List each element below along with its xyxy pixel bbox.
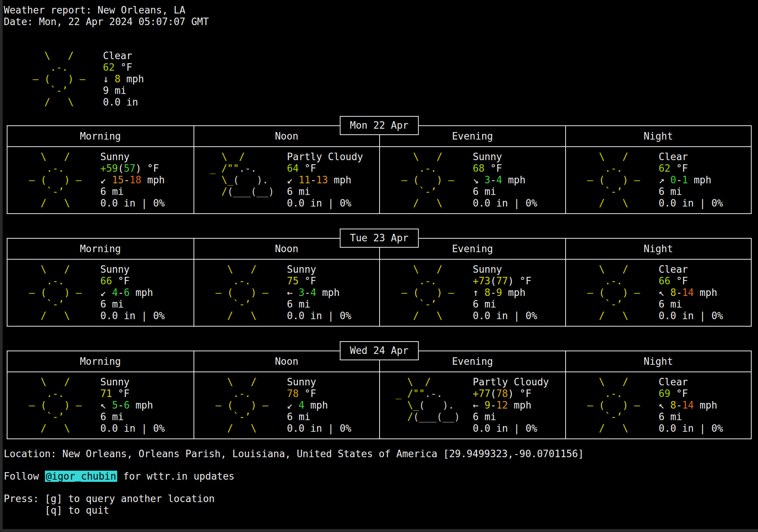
condition-text: Clear bbox=[659, 264, 723, 275]
forecast-cell-evening: \ / .-. ― ( ) ― `-’ / \Sunny68 °F↘ 3-4 m… bbox=[379, 146, 565, 213]
ascii-art-line: / \ bbox=[21, 97, 94, 108]
text-segment: .-. bbox=[204, 275, 251, 287]
forecast-table: Mon 22 AprMorningNoonEveningNight \ / .-… bbox=[7, 125, 752, 214]
text-segment: .-. bbox=[239, 163, 256, 174]
ascii-art-line: _ /"".-. bbox=[204, 163, 277, 174]
text-segment: `-’ bbox=[576, 299, 622, 310]
text-segment: / \ bbox=[390, 198, 442, 209]
text-segment: 3 bbox=[299, 287, 305, 298]
forecast-cell-info: Sunny75 °F← 3-4 mph6 mi0.0 in | 0% bbox=[287, 264, 351, 322]
ascii-art-line: \ / bbox=[21, 50, 94, 62]
ascii-art-line: `-’ bbox=[17, 186, 91, 198]
condition-text: Sunny bbox=[287, 264, 351, 275]
text-segment: `-’ bbox=[17, 186, 64, 197]
precipitation-text: 0.0 in | 0% bbox=[473, 310, 537, 322]
wind-text: ↘ 3-4 mph bbox=[473, 174, 537, 186]
text-segment: 69 bbox=[659, 388, 670, 399]
weather-icon-sunny: \ / .-. ― ( ) ― `-’ / \ bbox=[576, 376, 649, 434]
text-segment: / \ bbox=[390, 310, 442, 321]
condition-text: Sunny bbox=[473, 264, 537, 275]
wind-text: ↙ 11-13 mph bbox=[287, 174, 363, 186]
weather-icon-sunny: \ / .-. ― ( ) ― `-’ / \ bbox=[390, 264, 463, 322]
ascii-art-line: `-’ bbox=[17, 299, 91, 310]
text-segment: ― ( ) ― bbox=[576, 174, 640, 186]
text-segment: - bbox=[490, 400, 496, 411]
ascii-art-line: / \ bbox=[17, 423, 91, 434]
text-segment: `-’ bbox=[204, 411, 251, 422]
table-content-row: \ / .-. ― ( ) ― `-’ / \Sunny+59(57) °F↙ … bbox=[7, 146, 751, 213]
wind-text: ↙ 4-6 mph bbox=[100, 287, 165, 299]
text-segment: mph bbox=[141, 174, 165, 186]
condition-text: Sunny bbox=[287, 376, 351, 388]
temperature-text: +73(77) °F bbox=[473, 275, 537, 287]
ascii-art-line: .-. bbox=[576, 275, 649, 287]
ascii-art-line bbox=[204, 198, 277, 209]
ascii-art-line: ― ( ) ― bbox=[17, 400, 91, 411]
text-segment: 62 bbox=[659, 163, 670, 174]
report-date: Date: Mon, 22 Apr 2024 05:07:07 GMT bbox=[4, 16, 752, 28]
text-segment: 66 bbox=[100, 275, 112, 287]
text-segment: mph bbox=[502, 174, 526, 186]
ascii-art-line: `-’ bbox=[390, 186, 463, 198]
text-segment: .-. bbox=[17, 163, 64, 174]
text-segment: mph bbox=[121, 73, 144, 85]
ascii-art-line: \ / bbox=[576, 376, 649, 388]
ascii-art-line: \ / bbox=[390, 151, 463, 163]
text-segment: `-’ bbox=[390, 299, 436, 310]
condition-text: Clear bbox=[659, 376, 723, 388]
forecast-cell-night: \ / .-. ― ( ) ― `-’ / \Clear66 °F↖ 8-14 … bbox=[565, 259, 751, 326]
text-segment: ( bbox=[490, 388, 496, 399]
text-segment: °F bbox=[299, 388, 316, 399]
text-segment: 11 bbox=[299, 174, 310, 186]
weather-icon-sunny: \ / .-. ― ( ) ― `-’ / \ bbox=[17, 376, 91, 434]
forecast-cell-morning: \ / .-. ― ( ) ― `-’ / \Sunny66 °F↙ 4-6 m… bbox=[7, 259, 194, 326]
current-info: Clear 62 °F ↓ 8 mph 9 mi 0.0 in bbox=[103, 50, 144, 108]
text-segment: / \ bbox=[21, 97, 74, 108]
text-segment: 0 bbox=[670, 174, 676, 186]
precipitation-text: 0.0 in | 0% bbox=[100, 310, 165, 322]
weather-icon-sunny: \ / .-. ― ( ) ― `-’ / \ bbox=[17, 151, 91, 209]
ascii-art-line: ― ( ) ― bbox=[204, 287, 277, 299]
follow-line: Follow @igor_chubin for wttr.in updates bbox=[4, 471, 752, 482]
press-hint-query: Press: [g] to query another location bbox=[4, 493, 752, 505]
text-segment: ( ). bbox=[419, 400, 454, 411]
text-segment: - bbox=[676, 174, 682, 186]
ascii-art-line: / \ bbox=[576, 423, 649, 434]
precipitation-text: 0.0 in | 0% bbox=[659, 310, 723, 322]
text-segment: `-’ bbox=[390, 186, 436, 197]
text-segment: - bbox=[124, 174, 130, 186]
text-segment: \ / bbox=[17, 376, 70, 388]
text-segment: °F bbox=[670, 275, 688, 287]
day-section: Tue 23 AprMorningNoonEveningNight \ / .-… bbox=[4, 238, 752, 327]
text-segment: - bbox=[310, 174, 316, 186]
precipitation-text: 0.0 in | 0% bbox=[473, 198, 537, 209]
text-segment: 62 bbox=[103, 62, 115, 73]
wind-text: ← 9-12 mph bbox=[473, 400, 549, 411]
ascii-art-line: \_( ). bbox=[204, 174, 277, 186]
text-segment: .-. bbox=[17, 275, 64, 287]
text-segment: .-. bbox=[17, 388, 64, 399]
text-segment: .-. bbox=[576, 388, 622, 399]
text-segment: .-. bbox=[390, 275, 436, 287]
weather-icon-sunny: \ / .-. ― ( ) ― `-’ / \ bbox=[204, 376, 277, 434]
text-segment: ) °F bbox=[136, 163, 159, 174]
text-segment: / bbox=[390, 411, 413, 422]
forecast-cell-night: \ / .-. ― ( ) ― `-’ / \Clear62 °F↗ 0-1 m… bbox=[565, 146, 751, 213]
condition-text: Sunny bbox=[100, 264, 165, 275]
wind-text: ↖ 8-14 mph bbox=[659, 287, 723, 299]
text-segment: mph bbox=[694, 287, 717, 298]
precipitation-text: 0.0 in | 0% bbox=[473, 423, 549, 434]
condition-text: Clear bbox=[103, 50, 144, 62]
text-segment: 4 bbox=[112, 287, 118, 298]
text-segment: / \ bbox=[204, 423, 257, 434]
text-segment: 75 bbox=[287, 275, 299, 287]
column-header-night: Night bbox=[565, 351, 751, 372]
text-segment: ( bbox=[118, 163, 124, 174]
text-segment: ↘ bbox=[473, 174, 484, 186]
precipitation-text: 0.0 in | 0% bbox=[659, 198, 723, 209]
text-segment: / \ bbox=[17, 198, 70, 209]
day-section: Wed 24 AprMorningNoonEveningNight \ / .-… bbox=[4, 351, 752, 439]
weather-icon-sunny: \ / .-. ― ( ) ― `-’ / \ bbox=[390, 151, 463, 209]
wind-text: ↗ 0-1 mph bbox=[659, 174, 723, 186]
forecast-cell-info: Partly Cloudy64 °F↙ 11-13 mph6 mi0.0 in … bbox=[287, 151, 363, 209]
